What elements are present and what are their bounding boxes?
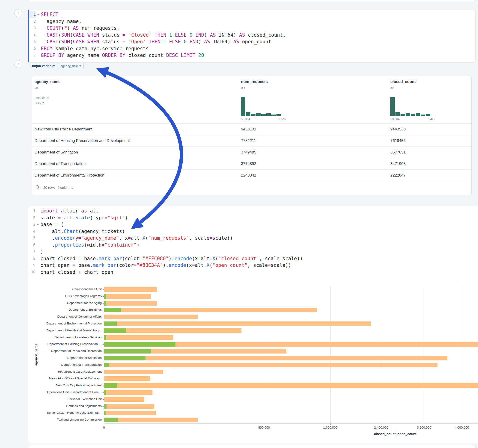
bar-closed-count — [104, 363, 437, 367]
code-text: alt.Chart(agency_tickets) — [40, 228, 125, 235]
column-name: closed_count — [390, 80, 416, 84]
table-row[interactable]: Department of Environmental Protection22… — [32, 170, 471, 181]
y-category-label: New York City Police Department — [28, 384, 102, 387]
bar-closed-count — [104, 356, 447, 361]
histogram-bar — [241, 97, 245, 116]
y-category-label: Taxi and Limousine Commission — [28, 418, 102, 421]
code-text: SELECT — [41, 11, 62, 18]
histogram-labels: 53,304 9.5e6 — [241, 117, 286, 121]
code-line[interactable]: 8chart_closed = base.mark_bar(color="#FF… — [28, 255, 478, 262]
code-line[interactable]: 4 alt.Chart(agency_tickets) — [28, 228, 478, 235]
code-text: CAST(SUM(CASE WHEN status = 'Closed' THE… — [41, 32, 286, 39]
line-number: 10 — [28, 269, 35, 276]
code-line[interactable]: 7) — [28, 249, 478, 255]
output-variable-label: Output variable: — [31, 64, 55, 68]
table-cell: 9453131 — [241, 124, 256, 135]
table-cell: Department of Housing Preservation and D… — [35, 135, 130, 146]
y-category-label: Refunds and Adjustments — [28, 404, 102, 408]
fold-spacer — [36, 38, 41, 45]
bar-open-count — [104, 328, 126, 333]
histogram-bar — [421, 115, 425, 116]
previous-cell-stub — [28, 0, 476, 2]
line-number: 7 — [29, 52, 36, 59]
fold-chevron-icon[interactable] — [35, 221, 40, 228]
histogram-bar — [266, 113, 271, 116]
code-line[interactable]: 6FROM sample_data.nyc.service_requests — [29, 45, 475, 52]
line-number: 3 — [29, 25, 36, 32]
code-line[interactable]: 2 agency_name, — [29, 18, 475, 25]
table-row[interactable]: Department of Sanitation37494853677651 — [32, 147, 471, 158]
x-gridline — [381, 286, 381, 423]
fold-spacer — [36, 32, 41, 39]
table-row[interactable]: Department of Transportation377489234719… — [32, 158, 471, 170]
line-number: 4 — [28, 228, 35, 235]
code-line[interactable]: 4 CAST(SUM(CASE WHEN status = 'Closed' T… — [29, 32, 475, 39]
code-text: import altair as alt — [40, 208, 99, 215]
add-cell-button-middle[interactable]: + — [14, 60, 22, 68]
python-code-editor[interactable]: 1import altair as alt2scale = alt.Scale(… — [28, 208, 478, 276]
fold-spacer — [35, 228, 40, 235]
table-cell: 2240041 — [241, 170, 256, 181]
code-line[interactable]: 7GROUP BY agency_name ORDER BY closed_co… — [29, 52, 475, 59]
code-line[interactable]: 5 .encode(y="agency_name", x=alt.X("num_… — [28, 235, 478, 242]
hist-min-label: 53,304 — [390, 117, 400, 121]
code-text: agency_name, — [41, 18, 82, 25]
line-number: 1 — [28, 208, 35, 215]
histogram-bar — [246, 112, 250, 116]
bar-open-count — [104, 404, 107, 409]
sql-code-editor[interactable]: 1SELECT 2 agency_name,3 COUNT(*) AS num_… — [29, 11, 475, 59]
code-text: .encode(y="agency_name", x=alt.X("num_re… — [40, 235, 233, 242]
next-cell-stub — [28, 445, 476, 448]
code-text: chart_open = base.mark_bar(color="#8BC34… — [40, 262, 291, 269]
code-line[interactable]: 3base = ( — [28, 221, 478, 228]
table-cell: 3471908 — [390, 158, 406, 169]
y-category-label: Department of Health and Mental Hyg… — [28, 329, 102, 332]
bar-closed-count — [104, 390, 152, 395]
y-category-label: Correspondence Unit — [28, 287, 102, 291]
fold-chevron-icon[interactable] — [36, 11, 41, 18]
y-category-label: Department of Homeless Services — [28, 336, 102, 339]
code-text: scale = alt.Scale(type="sqrt") — [40, 215, 128, 221]
code-line[interactable]: 5 CAST(SUM(CASE WHEN status = 'Open' THE… — [29, 38, 475, 45]
table-cell: 7782211 — [241, 135, 256, 146]
bar-closed-count — [104, 411, 156, 415]
bar-open-count — [104, 356, 145, 361]
histogram-bar — [251, 114, 256, 116]
bar-chart: agency_name closed_count, open_count 080… — [28, 280, 478, 443]
fold-spacer — [36, 25, 41, 32]
x-tick-label: 4,000,000 — [455, 426, 469, 429]
x-tick-label: 1,600,000 — [323, 426, 337, 429]
y-category-label: Personal Exemption Unit — [28, 397, 102, 401]
y-category-label: Operations Unit - Department of Hom… — [28, 390, 102, 394]
bar-closed-count — [104, 322, 371, 326]
table-row[interactable]: Department of Housing Preservation and D… — [32, 135, 471, 147]
histogram-bar — [426, 114, 430, 116]
code-line[interactable]: 1import altair as alt — [28, 208, 478, 215]
line-number: 5 — [29, 38, 36, 45]
y-category-label: DHS Advantage Programs — [28, 294, 102, 298]
fold-spacer — [36, 18, 41, 25]
histogram-bar — [277, 114, 281, 116]
code-line[interactable]: 2scale = alt.Scale(type="sqrt") — [28, 215, 478, 221]
line-number: 6 — [28, 242, 35, 249]
histogram-bar — [416, 113, 420, 116]
table-row[interactable]: New York City Police Department945313194… — [32, 124, 471, 135]
code-line[interactable]: 10chart_closed + chart_open — [28, 269, 478, 276]
fold-spacer — [35, 235, 40, 242]
add-cell-button-top[interactable]: + — [14, 9, 22, 17]
bar-closed-count — [104, 383, 478, 388]
search-icon[interactable] — [36, 185, 40, 190]
code-text: COUNT(*) AS num_requests, — [41, 25, 120, 32]
bar-open-count — [104, 390, 106, 395]
x-gridline — [462, 286, 462, 423]
column-meta-unique: unique: 20 — [35, 96, 49, 100]
code-line[interactable]: 1SELECT — [29, 11, 475, 18]
code-text: CAST(SUM(CASE WHEN status = 'Open' THEN … — [41, 38, 271, 45]
output-variable-chip[interactable]: agency_tickets — [58, 63, 83, 69]
code-line[interactable]: 9chart_open = base.mark_bar(color="#8BC3… — [28, 262, 478, 269]
bar-open-count — [104, 363, 109, 367]
code-line[interactable]: 6 .properties(width="container") — [28, 242, 478, 249]
code-line[interactable]: 3 COUNT(*) AS num_requests, — [29, 25, 475, 32]
bar-open-count — [104, 322, 117, 326]
column-name: num_requests — [241, 80, 268, 84]
